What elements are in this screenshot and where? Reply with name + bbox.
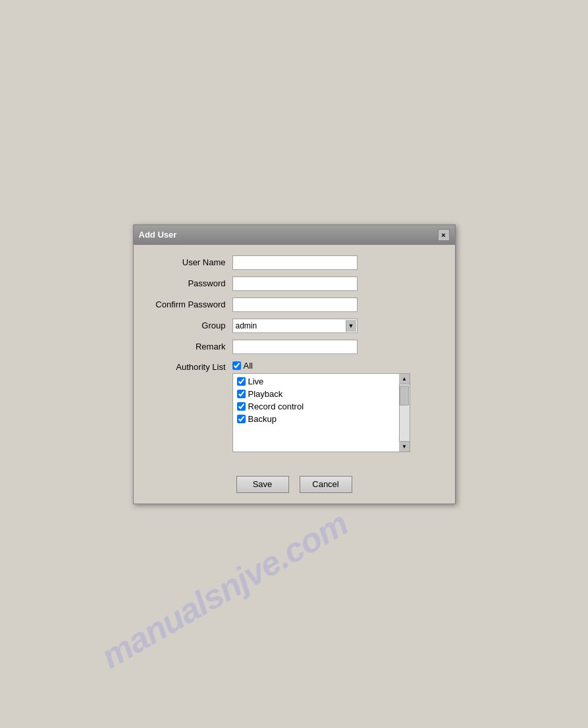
authority-all-row: All: [232, 361, 410, 371]
list-item: Record control: [237, 402, 395, 411]
username-input[interactable]: [232, 255, 358, 270]
add-user-dialog: Add User × User Name Password Confirm Pa…: [133, 224, 456, 504]
list-item: Backup: [237, 414, 395, 424]
save-button[interactable]: Save: [236, 476, 289, 493]
watermark: manualsnjve.com: [94, 504, 354, 677]
dialog-titlebar: Add User ×: [134, 225, 455, 245]
authority-playback-label: Playback: [248, 389, 283, 399]
remark-label: Remark: [147, 342, 232, 351]
confirm-password-label: Confirm Password: [147, 299, 232, 309]
authority-list-label: Authority List: [147, 361, 232, 372]
authority-list-inner: Live Playback Record control Backup: [233, 374, 399, 452]
authority-backup-label: Backup: [248, 414, 277, 424]
authority-backup-checkbox[interactable]: [237, 415, 246, 423]
authority-live-checkbox[interactable]: [237, 377, 246, 386]
remark-input[interactable]: [232, 340, 358, 354]
group-label: Group: [147, 321, 232, 330]
group-select-wrapper: admin user guest ▼: [232, 319, 358, 333]
password-row: Password: [147, 276, 442, 291]
authority-list-container: Live Playback Record control Backup: [232, 373, 410, 452]
scrollbar-thumb[interactable]: [400, 386, 409, 405]
dialog-title: Add User: [139, 230, 177, 240]
dialog-body: User Name Password Confirm Password Grou…: [134, 245, 455, 469]
confirm-password-input[interactable]: [232, 298, 358, 312]
authority-section: Authority List All Live Playback: [147, 361, 442, 452]
group-select[interactable]: admin user guest: [232, 319, 358, 333]
confirm-password-row: Confirm Password: [147, 298, 442, 312]
authority-all-label: All: [244, 361, 253, 371]
cancel-button[interactable]: Cancel: [300, 476, 352, 493]
authority-all-checkbox[interactable]: [232, 361, 241, 370]
scroll-up-button[interactable]: ▲: [399, 374, 410, 384]
list-item: Playback: [237, 389, 395, 399]
password-input[interactable]: [232, 276, 358, 291]
scroll-down-button[interactable]: ▼: [399, 441, 410, 452]
authority-record-checkbox[interactable]: [237, 402, 246, 411]
authority-live-label: Live: [248, 377, 264, 386]
close-button[interactable]: ×: [438, 229, 450, 241]
username-label: User Name: [147, 257, 232, 267]
group-row: Group admin user guest ▼: [147, 319, 442, 333]
authority-record-label: Record control: [248, 402, 304, 411]
scrollbar-track: ▲ ▼: [399, 374, 410, 452]
username-row: User Name: [147, 255, 442, 270]
dialog-footer: Save Cancel: [134, 469, 455, 504]
authority-playback-checkbox[interactable]: [237, 390, 246, 398]
remark-row: Remark: [147, 340, 442, 354]
password-label: Password: [147, 278, 232, 288]
list-item: Live: [237, 377, 395, 386]
